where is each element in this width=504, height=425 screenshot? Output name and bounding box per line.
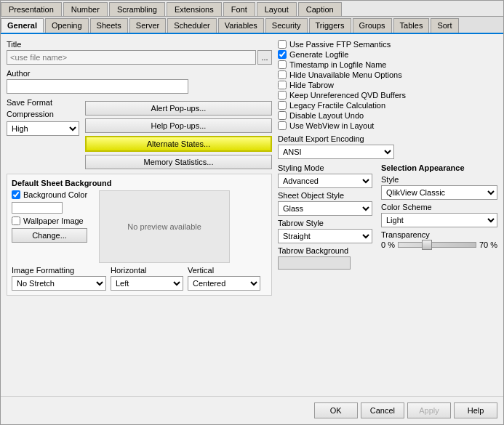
- tab2-scheduler[interactable]: Scheduler: [167, 18, 217, 33]
- cb-label-3: Hide Unavailable Menu Options: [289, 70, 402, 79]
- tab-font[interactable]: Font: [223, 2, 255, 16]
- styling-mode-group: Styling Mode Advanced Simple: [278, 163, 375, 188]
- color-swatch[interactable]: [12, 202, 63, 214]
- background-color-label: Background Color: [23, 190, 87, 199]
- tabrow-bg-label: Tabrow Background: [278, 246, 375, 255]
- cb-passive-ftp[interactable]: [278, 40, 287, 49]
- top-section: Title ... Author Save Format Compression: [7, 40, 497, 296]
- transparency-start: 0 %: [381, 240, 395, 249]
- save-format-label: Save Format: [7, 98, 79, 107]
- wallpaper-row: Wallpaper Image: [12, 216, 87, 225]
- cb-row-4: Hide Tabrow: [278, 81, 497, 89]
- cb-hide-menu[interactable]: [278, 70, 287, 79]
- cb-disable-layout[interactable]: [278, 111, 287, 120]
- transparency-group: Transparency 0 % 70 %: [381, 230, 497, 249]
- tab2-opening[interactable]: Opening: [45, 18, 89, 33]
- slider-thumb[interactable]: [422, 240, 432, 250]
- tabrow-style-group: Tabrow Style Straight Curved: [278, 219, 375, 243]
- title-group: Title ...: [7, 40, 272, 65]
- bg-content: Background Color Wallpaper Image Change.…: [12, 190, 267, 263]
- styling-mode-select[interactable]: Advanced Simple: [278, 174, 372, 188]
- format-right: Alert Pop-ups... Help Pop-ups... Alterna…: [85, 98, 272, 169]
- tab2-server[interactable]: Server: [129, 18, 166, 33]
- apply-button[interactable]: Apply: [407, 402, 451, 418]
- help-popups-button[interactable]: Help Pop-ups...: [85, 118, 272, 133]
- styling-section: Styling Mode Advanced Simple Sheet Objec…: [278, 163, 497, 270]
- transparency-end: 70 %: [479, 240, 497, 249]
- tab2-groups[interactable]: Groups: [353, 18, 392, 33]
- author-label: Author: [7, 69, 272, 78]
- sheet-object-style-select[interactable]: Glass Flat Soft: [278, 201, 372, 216]
- cb-timestamp[interactable]: [278, 60, 287, 69]
- image-formatting-select[interactable]: No Stretch Stretch Keep Aspect Ratio Fil…: [12, 276, 106, 291]
- cancel-button[interactable]: Cancel: [361, 402, 404, 418]
- ok-button[interactable]: OK: [314, 402, 358, 418]
- image-formatting-label: Image Formatting: [12, 266, 106, 275]
- tabrow-bg-swatch[interactable]: [278, 256, 351, 270]
- tab2-tables[interactable]: Tables: [393, 18, 430, 33]
- format-left: Save Format Compression High Medium Low …: [7, 98, 79, 136]
- tab-scrambling[interactable]: Scrambling: [109, 2, 165, 16]
- help-button[interactable]: Help: [454, 402, 497, 418]
- color-scheme-select[interactable]: Light Dark Custom: [381, 213, 497, 227]
- cb-row-6: Legacy Fractile Calculation: [278, 101, 497, 110]
- bg-section-title: Default Sheet Background: [12, 179, 267, 187]
- encoding-label: Default Export Encoding: [278, 134, 497, 143]
- image-formatting-group: Image Formatting No Stretch Stretch Keep…: [12, 266, 106, 291]
- tab-caption[interactable]: Caption: [298, 2, 342, 16]
- alternate-states-button[interactable]: Alternate States...: [85, 136, 272, 152]
- right-column: Use Passive FTP Semantics Generate Logfi…: [278, 40, 497, 296]
- styling-mode-label: Styling Mode: [278, 163, 375, 172]
- memory-statistics-button[interactable]: Memory Statistics...: [85, 155, 272, 169]
- tab2-sort[interactable]: Sort: [431, 18, 458, 33]
- transparency-slider[interactable]: [398, 242, 476, 248]
- encoding-select[interactable]: ANSI Unicode UTF-8: [278, 145, 394, 159]
- tab2-triggers[interactable]: Triggers: [309, 18, 351, 33]
- wallpaper-checkbox[interactable]: [12, 216, 20, 225]
- vertical-select[interactable]: Centered Top Bottom: [188, 276, 260, 291]
- tabrow-style-label: Tabrow Style: [278, 219, 375, 227]
- cb-label-1: Generate Logfile: [289, 50, 348, 59]
- tab2-sheets[interactable]: Sheets: [90, 18, 128, 33]
- sheet-object-style-label: Sheet Object Style: [278, 191, 375, 200]
- preview-text: No preview available: [127, 222, 201, 231]
- cb-row-5: Keep Unreferenced QVD Buffers: [278, 91, 497, 100]
- tab2-security[interactable]: Security: [265, 18, 308, 33]
- cb-row-8: Use WebView in Layout: [278, 121, 497, 130]
- tab-number[interactable]: Number: [63, 2, 108, 16]
- cb-row-1: Generate Logfile: [278, 50, 497, 59]
- cb-legacy-fractile[interactable]: [278, 101, 287, 110]
- author-group: Author: [7, 69, 272, 94]
- cb-label-8: Use WebView in Layout: [289, 121, 374, 130]
- transparency-row: 0 % 70 %: [381, 240, 497, 249]
- vertical-label: Vertical: [188, 266, 260, 275]
- author-input[interactable]: [7, 79, 188, 94]
- selection-appearance-label: Selection Appearance: [381, 163, 497, 172]
- cb-webview[interactable]: [278, 121, 287, 130]
- tab-presentation[interactable]: Presentation: [1, 2, 62, 16]
- tab-extensions[interactable]: Extensions: [167, 2, 222, 16]
- tab-layout[interactable]: Layout: [257, 2, 297, 16]
- horizontal-select[interactable]: Left Center Right: [111, 276, 183, 291]
- browse-button[interactable]: ...: [257, 50, 272, 65]
- cb-generate-logfile[interactable]: [278, 50, 287, 59]
- main-window: Presentation Number Scrambling Extension…: [0, 0, 504, 425]
- footer: OK Cancel Apply Help: [1, 396, 503, 424]
- style-select[interactable]: QlikView Classic Checkbox LED: [381, 185, 497, 200]
- transparency-label: Transparency: [381, 230, 497, 239]
- cb-label-7: Disable Layout Undo: [289, 111, 364, 120]
- background-color-checkbox[interactable]: [12, 190, 20, 199]
- horizontal-label: Horizontal: [111, 266, 183, 275]
- preview-box: No preview available: [99, 190, 230, 263]
- compression-label: Compression: [7, 110, 79, 118]
- alert-popups-button[interactable]: Alert Pop-ups...: [85, 101, 272, 116]
- compression-select[interactable]: High Medium Low None: [7, 121, 79, 136]
- tab2-general[interactable]: General: [1, 18, 44, 33]
- title-label: Title: [7, 40, 272, 49]
- cb-keep-qvd[interactable]: [278, 91, 287, 100]
- title-input[interactable]: [7, 50, 256, 65]
- tabrow-style-select[interactable]: Straight Curved: [278, 229, 372, 243]
- tab2-variables[interactable]: Variables: [218, 18, 264, 33]
- cb-hide-tabrow[interactable]: [278, 81, 287, 89]
- change-button[interactable]: Change...: [12, 228, 87, 243]
